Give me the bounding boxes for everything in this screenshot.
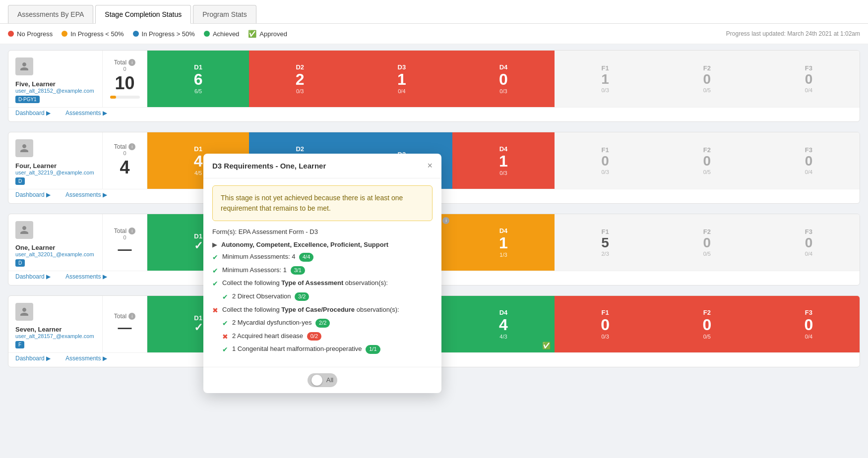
learner-avatar-2 xyxy=(15,139,33,157)
check-icon-direct-obs: ✔ xyxy=(222,292,228,302)
learner-name-4: Seven, Learner xyxy=(15,326,95,333)
toggle-knob xyxy=(311,375,322,378)
learner-name-1: Five, Learner xyxy=(15,80,95,88)
stage-f3-3[interactable]: F3 0 0/4 xyxy=(758,214,860,271)
modal-forms-line: Form(s): EPA Assessment Form - D3 xyxy=(212,228,433,235)
stage-d1-1[interactable]: D1 6 6/5 xyxy=(147,51,249,107)
learner-badge-4: F xyxy=(15,341,24,348)
req-text-type-assessment: Collect the following Type of Assessment… xyxy=(222,279,388,287)
assessments-link-1[interactable]: Assessments ▶ xyxy=(65,110,107,116)
check-icon-min-assessments: ✔ xyxy=(212,253,218,263)
check-icon-congenital: ✔ xyxy=(222,345,228,355)
stage-check-d4-4: ✅ xyxy=(542,342,551,349)
total-info-icon-1[interactable]: i xyxy=(128,59,135,66)
learner-avatar-1 xyxy=(15,57,33,75)
stage-d3-1[interactable]: D3 1 0/4 xyxy=(351,51,452,107)
dot-red xyxy=(8,31,14,37)
tab-program-stats[interactable]: Program Stats xyxy=(193,5,256,23)
all-toggle[interactable]: All xyxy=(308,373,337,378)
total-label-text-4: Total xyxy=(114,313,126,320)
learner-email-4: user_alt_28157_@example.com xyxy=(15,333,95,339)
total-info-icon-3[interactable]: i xyxy=(128,228,135,234)
req-item-type-assessment: ✔ Collect the following Type of Assessme… xyxy=(212,279,433,289)
learner-badge-3: D xyxy=(15,259,25,267)
check-icon-type-assessment: ✔ xyxy=(212,279,218,289)
legend-label-no-progress: No Progress xyxy=(17,30,53,38)
d3-requirements-modal: D3 Requirements - One, Learner × This st… xyxy=(203,154,441,378)
legend-approved: ✅ Approved xyxy=(248,30,287,38)
tab-assessments-by-epa[interactable]: Assessments By EPA xyxy=(8,5,93,23)
req-item-acquired-heart: ✖ 2 Acquired heart disease 0/2 xyxy=(222,332,433,342)
stage-f2-1[interactable]: F2 0 0/5 xyxy=(656,51,758,107)
total-label-text-3: Total xyxy=(114,228,126,234)
dot-green xyxy=(204,31,210,37)
modal-warning: This stage is not yet achieved because t… xyxy=(212,185,433,221)
dashboard-link-3[interactable]: Dashboard ▶ xyxy=(15,273,51,280)
cross-icon-acquired-heart: ✖ xyxy=(222,332,228,342)
total-info-icon-4[interactable]: i xyxy=(128,313,135,320)
total-info-icon-2[interactable]: i xyxy=(128,143,135,150)
dashboard-link-4[interactable]: Dashboard ▶ xyxy=(15,355,51,362)
modal-warning-text: This stage is not yet achieved because t… xyxy=(221,194,403,212)
req-item-type-case: ✖ Collect the following Type of Case/Pro… xyxy=(212,305,433,316)
learner-row-1: Five, Learner user_alt_28152_@example.co… xyxy=(8,50,860,122)
dot-blue xyxy=(133,31,139,37)
total-col-2: Total i 0 4 xyxy=(103,132,147,189)
stage-f1-3[interactable]: F1 5 2/3 xyxy=(555,214,656,271)
legend-achieved: Achieved xyxy=(204,30,239,38)
progress-updated-text: Progress last updated: March 24th 2021 a… xyxy=(726,30,860,37)
learner-name-2: Four, Learner xyxy=(15,162,95,170)
learner-email-1: user_alt_28152_@example.com xyxy=(15,88,95,94)
learner-info-3: One, Learner user_alt_32201_@example.com… xyxy=(8,214,103,271)
tabs-bar: Assessments By EPA Stage Completion Stat… xyxy=(0,0,868,24)
stage-f2-2[interactable]: F2 0 0/5 xyxy=(656,132,758,189)
total-zero-3: 0 xyxy=(123,234,126,240)
stage-d4-4[interactable]: D4 4 4/3 ✅ xyxy=(452,296,554,352)
total-label-text-2: Total xyxy=(114,143,126,150)
stage-d2-1[interactable]: D2 2 0/3 xyxy=(249,51,351,107)
stage-f1-2[interactable]: F1 0 0/3 xyxy=(555,132,656,189)
stage-cols-1: Total i 0 10 D1 6 6/5 D2 2 0/3 xyxy=(103,51,860,107)
learner-badge-1: D·PGY1 xyxy=(15,96,40,103)
stage-d4-1[interactable]: D4 0 0/3 xyxy=(452,51,554,107)
modal-body: Form(s): EPA Assessment Form - D3 ▶ Auto… xyxy=(203,228,441,367)
stage-f1-1[interactable]: F1 1 0/3 xyxy=(555,51,656,107)
modal-form-label: Form(s): xyxy=(212,228,237,235)
tab-stage-completion-status[interactable]: Stage Completion Status xyxy=(95,5,191,24)
stage-f3-2[interactable]: F3 0 0/4 xyxy=(758,132,860,189)
stage-f2-3[interactable]: F2 0 0/5 xyxy=(656,214,758,271)
legend-label-achieved: Achieved xyxy=(213,30,239,38)
stage-d4-3[interactable]: D4 1 1/3 xyxy=(452,214,554,271)
learner-badge-2: D xyxy=(15,177,25,185)
req-item-min-assessors: ✔ Minimum Assessors: 1 3/1 xyxy=(212,266,433,276)
legend-label-in-progress-lt50: In Progress < 50% xyxy=(70,30,124,38)
legend-items: No Progress In Progress < 50% In Progres… xyxy=(8,30,287,38)
total-num-1: 10 xyxy=(115,73,134,94)
learner-email-3: user_alt_32201_@example.com xyxy=(15,251,95,257)
learner-avatar-3 xyxy=(15,221,33,239)
stage-f3-4[interactable]: F3 0 0/4 xyxy=(758,296,860,352)
dashboard-link-2[interactable]: Dashboard ▶ xyxy=(15,191,51,198)
assessments-link-3[interactable]: Assessments ▶ xyxy=(65,273,107,280)
legend-label-approved: Approved xyxy=(259,30,287,38)
stage-f3-1[interactable]: F3 0 0/4 xyxy=(758,51,860,107)
arrow-icon: ▶ xyxy=(212,240,217,249)
stage-f1-4[interactable]: F1 0 0/3 xyxy=(555,296,656,352)
approved-check-icon: ✅ xyxy=(248,30,256,38)
stage-d4-2[interactable]: D4 1 0/3 xyxy=(452,132,554,189)
total-zero-1: 0 xyxy=(123,66,126,72)
legend-label-in-progress-gt50: In Progress > 50% xyxy=(142,30,195,38)
modal-close-button[interactable]: × xyxy=(427,161,433,171)
d3-info-icon-3[interactable]: i xyxy=(442,217,449,224)
learner-email-2: user_alt_32219_@example.com xyxy=(15,170,95,175)
stage-f2-4[interactable]: F2 0 0/5 xyxy=(656,296,758,352)
total-label-text-1: Total xyxy=(114,59,126,66)
check-icon-mycardial: ✔ xyxy=(222,319,228,329)
check-icon-min-assessors: ✔ xyxy=(212,266,218,276)
assessments-link-2[interactable]: Assessments ▶ xyxy=(65,191,107,198)
total-col-1: Total i 0 10 xyxy=(103,51,147,107)
toggle-label: All xyxy=(326,376,333,378)
req-text-acquired-heart: 2 Acquired heart disease 0/2 xyxy=(232,332,321,341)
assessments-link-4[interactable]: Assessments ▶ xyxy=(65,355,107,362)
dashboard-link-1[interactable]: Dashboard ▶ xyxy=(15,110,51,116)
